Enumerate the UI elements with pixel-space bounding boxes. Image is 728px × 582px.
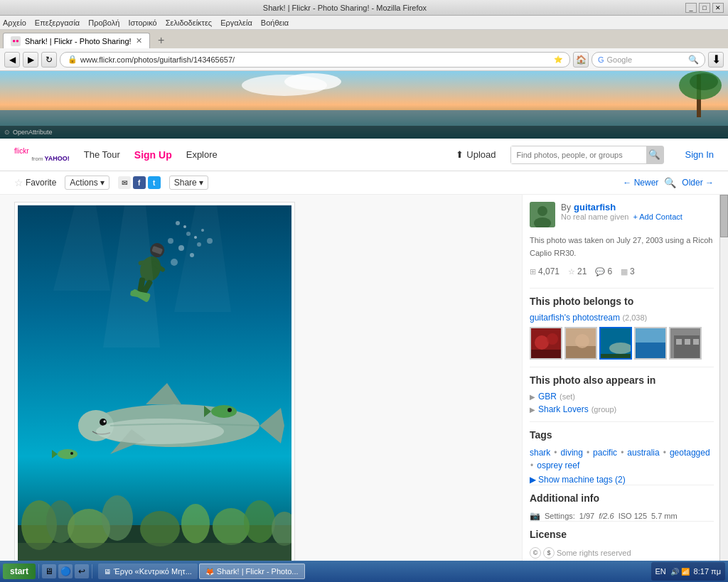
comments-count: 6 — [607, 266, 612, 276]
show-machine-tags-button[interactable]: ▶ Show machine tags (2) — [530, 475, 714, 485]
thumbnail-3[interactable] — [599, 327, 632, 360]
svg-point-13 — [168, 238, 173, 244]
shark-lovers-link[interactable]: Shark Lovers — [538, 404, 589, 414]
menu-edit[interactable]: Επεξεργασία — [35, 18, 80, 27]
svg-rect-77 — [693, 339, 699, 345]
photo-container — [14, 202, 295, 568]
quick-launch-1[interactable]: 🖥 — [42, 564, 56, 578]
svg-point-35 — [104, 421, 106, 423]
tag-geotagged[interactable]: geotagged — [670, 448, 710, 458]
thumbnail-1[interactable] — [530, 327, 562, 360]
thumbnail-4[interactable] — [634, 327, 667, 360]
comments-icon: 💬 — [595, 267, 605, 276]
scrollbar-thumb[interactable] — [720, 195, 728, 237]
search-button[interactable]: 🔍 — [646, 146, 663, 163]
gbr-link[interactable]: GBR — [538, 392, 557, 402]
photostream-link[interactable]: guitarfish's photostream — [530, 313, 620, 323]
signin-button[interactable]: Sign In — [685, 149, 714, 160]
tag-australia[interactable]: australia — [627, 448, 659, 458]
photo-meta: This photo was taken on July 27, 2003 us… — [530, 235, 714, 259]
menu-history[interactable]: Ιστορικό — [128, 18, 156, 27]
tag-pacific[interactable]: pacific — [593, 448, 617, 458]
address-bar[interactable]: 🔒 www.flickr.com/photos/guitarfish/14346… — [60, 52, 570, 68]
zoom-icon[interactable]: 🔍 — [664, 177, 676, 188]
email-icon: ✉ — [122, 179, 127, 187]
favorite-button[interactable]: ☆ Favorite — [14, 177, 56, 188]
downloads-button[interactable]: ⬇ — [708, 52, 724, 68]
sidebar: By guitarfish No real name given + Add C… — [522, 195, 728, 582]
menu-bookmarks[interactable]: Σελιδοδείκτες — [166, 18, 212, 27]
tag-shark[interactable]: shark — [530, 448, 550, 458]
quick-launch-3[interactable]: ↩ — [75, 564, 89, 578]
scrollbar[interactable] — [719, 195, 728, 582]
menu-file[interactable]: Αρχείο — [3, 18, 26, 27]
author-info: By guitarfish No real name given + Add C… — [561, 202, 714, 227]
menu-tools[interactable]: Εργαλεία — [220, 18, 252, 27]
svg-point-63 — [547, 333, 558, 345]
browser-search-bar[interactable]: G Google 🔍 — [592, 52, 705, 68]
newer-button[interactable]: ← Newer — [623, 178, 658, 188]
add-contact-button[interactable]: + Add Contact — [633, 212, 682, 221]
window-controls: _ □ ✕ — [685, 3, 724, 13]
views-icon: ⊞ — [530, 267, 536, 276]
appears-in-gbr[interactable]: ▶ GBR (set) — [530, 392, 714, 402]
menu-view[interactable]: Προβολή — [88, 18, 119, 27]
tab-favicon: ●● — [11, 36, 21, 46]
minimize-button[interactable]: _ — [685, 3, 697, 13]
stat-comments: 💬 6 — [595, 266, 612, 276]
older-button[interactable]: Older → — [682, 178, 714, 188]
author-section: By guitarfish No real name given + Add C… — [530, 202, 714, 227]
upload-button[interactable]: ⬆ Upload — [456, 149, 496, 160]
svg-point-49 — [181, 504, 210, 544]
facebook-share-button[interactable]: f — [133, 176, 146, 189]
header-search-bar[interactable]: 🔍 — [510, 146, 664, 164]
start-button[interactable]: start — [3, 564, 36, 579]
maximize-button[interactable]: □ — [699, 3, 710, 13]
thumbnail-5[interactable] — [669, 327, 702, 360]
gbr-type: (set) — [560, 392, 575, 401]
forward-button[interactable]: ▶ — [23, 52, 38, 68]
refresh-button[interactable]: ↻ — [41, 52, 57, 68]
author-name[interactable]: guitarfish — [574, 202, 616, 212]
home-button[interactable]: 🏠 — [573, 52, 589, 68]
back-button[interactable]: ◀ — [4, 52, 20, 68]
aperture: f/2.6 — [599, 512, 614, 520]
flickr-logo-container[interactable]: flickr from YAHOO! — [14, 144, 70, 166]
search-input[interactable] — [511, 146, 646, 163]
svg-point-66 — [575, 334, 589, 348]
appears-in-title: This photo also appears in — [530, 367, 714, 386]
active-tab[interactable]: ●● Shark! | Flickr - Photo Sharing! ✕ — [3, 33, 150, 48]
twitter-share-button[interactable]: t — [148, 176, 161, 189]
svg-point-47 — [102, 495, 133, 541]
tab-close-button[interactable]: ✕ — [136, 36, 142, 45]
new-tab-button[interactable]: + — [153, 33, 170, 48]
sets-count: 3 — [630, 266, 635, 276]
share-dropdown[interactable]: Share ▾ — [169, 176, 208, 190]
taskbar-item-2[interactable]: 🦊 Shark! | Flickr - Photo... — [199, 564, 305, 579]
license-icon-1: © — [530, 547, 541, 559]
machine-tags-arrow: ▶ — [530, 475, 536, 485]
nav-signup[interactable]: Sign Up — [134, 149, 172, 161]
appears-in-shark-lovers[interactable]: ▶ Shark Lovers (group) — [530, 404, 714, 414]
thumbnail-2[interactable] — [564, 327, 597, 360]
tag-diving[interactable]: diving — [561, 448, 583, 458]
taskbar-item-1[interactable]: 🖥 Έργο «Κεντρικό Μητ... — [98, 564, 198, 579]
nav-tour[interactable]: The Tour — [84, 149, 120, 160]
author-avatar[interactable] — [530, 202, 555, 227]
tag-osprey-reef[interactable]: osprey reef — [537, 460, 579, 470]
close-button[interactable]: ✕ — [712, 3, 724, 13]
camera-settings-row: 📷 Settings: 1/97 f/2.6 ISO 125 5.7 mm — [530, 511, 714, 521]
tags-list: shark • diving • pacific • australia • g… — [530, 448, 714, 470]
quick-launch-2[interactable]: 🔵 — [58, 564, 73, 578]
menu-help[interactable]: Βοήθεια — [261, 18, 289, 27]
nav-explore[interactable]: Explore — [186, 149, 218, 160]
svg-rect-76 — [685, 339, 690, 345]
social-icons: ✉ f t — [118, 176, 161, 189]
facebook-icon: f — [138, 179, 140, 187]
svg-point-39 — [228, 408, 232, 412]
email-share-button[interactable]: ✉ — [118, 176, 131, 189]
appears-in-list: ▶ GBR (set) ▶ Shark Lovers (group) — [530, 392, 714, 414]
actions-dropdown[interactable]: Actions ▾ — [65, 176, 109, 190]
license-title: License — [530, 521, 714, 540]
photo-actions-bar: ☆ Favorite Actions ▾ ✉ f t Share ▾ ← New… — [0, 171, 728, 195]
